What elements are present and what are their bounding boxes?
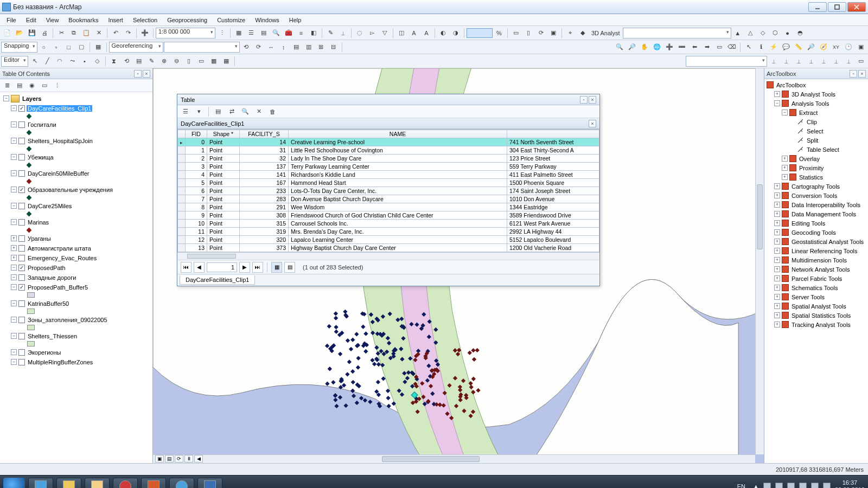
label-icon[interactable]: A bbox=[408, 27, 420, 39]
table-zoom-icon[interactable]: 🔍 bbox=[239, 106, 251, 118]
layer-checkbox[interactable] bbox=[18, 349, 25, 356]
fixed-zoomout-icon[interactable]: ➖ bbox=[676, 41, 688, 53]
table-switch-icon[interactable]: ⇄ bbox=[226, 106, 238, 118]
refresh-view-icon[interactable]: ⟳ bbox=[175, 455, 183, 463]
column-header[interactable] bbox=[178, 130, 186, 138]
menu-bookmarks[interactable]: Bookmarks bbox=[64, 16, 103, 24]
expander-icon[interactable]: − bbox=[11, 121, 17, 127]
toolbox-item-label[interactable]: Proximity bbox=[798, 165, 825, 171]
swipe-icon[interactable]: % bbox=[493, 27, 505, 39]
minimize-button[interactable] bbox=[808, 2, 827, 12]
model-icon[interactable]: ◧ bbox=[308, 27, 320, 39]
hyperlink-icon[interactable]: ⚡ bbox=[768, 41, 780, 53]
table-clear-icon[interactable]: ✕ bbox=[253, 106, 265, 118]
expander-icon[interactable]: + bbox=[774, 266, 780, 272]
arctoolbox-tree[interactable]: ArcToolbox +3D Analyst Tools−Analysis To… bbox=[764, 79, 868, 463]
label2-icon[interactable]: A bbox=[420, 27, 432, 39]
edit-vertex-icon[interactable]: ◇ bbox=[91, 55, 103, 67]
expander-icon[interactable]: − bbox=[11, 333, 17, 339]
tray-up-icon[interactable]: ▲ bbox=[753, 483, 759, 489]
3d2-icon[interactable]: △ bbox=[744, 27, 756, 39]
fixed-zoomin-icon[interactable]: ➕ bbox=[663, 41, 675, 53]
maplex-icon[interactable]: ◫ bbox=[395, 27, 407, 39]
toolbox-item-label[interactable]: Linear Referencing Tools bbox=[790, 248, 858, 254]
edit-split-icon[interactable]: ⧗ bbox=[108, 55, 120, 67]
open-icon[interactable]: 📂 bbox=[14, 27, 25, 39]
more1-icon[interactable]: ▻ bbox=[366, 27, 378, 39]
column-header[interactable]: Shape * bbox=[207, 130, 240, 138]
nav-next-icon[interactable]: ▶ bbox=[239, 262, 250, 273]
toolbox-item-label[interactable]: Geocoding Tools bbox=[790, 229, 837, 236]
tray-vol-icon[interactable] bbox=[823, 483, 831, 489]
layer-checkbox[interactable] bbox=[18, 255, 25, 261]
expander-icon[interactable]: − bbox=[11, 300, 17, 306]
catalog-icon[interactable]: ▤ bbox=[258, 27, 270, 39]
atx-close-icon[interactable]: × bbox=[858, 70, 866, 78]
table-row[interactable]: 13Point373Highway Baptist Church Day Car… bbox=[178, 244, 599, 252]
layer-label[interactable]: ProposedPath_Buffer5 bbox=[27, 284, 89, 291]
toolbox-item-label[interactable]: Data Management Tools bbox=[790, 211, 857, 217]
map-vscroll[interactable] bbox=[755, 68, 764, 454]
edit-line-icon[interactable]: ╱ bbox=[41, 55, 53, 67]
pan-icon[interactable]: ✋ bbox=[639, 41, 650, 53]
gr7-icon[interactable]: ⊞ bbox=[315, 41, 327, 53]
toolbox-item-label[interactable]: Network Analyst Tools bbox=[790, 266, 851, 273]
editor-target-combo[interactable] bbox=[686, 56, 767, 67]
paste-icon[interactable]: 📋 bbox=[80, 27, 92, 39]
toolbox-item-label[interactable]: Cartography Tools bbox=[790, 183, 841, 190]
full-extent-icon[interactable]: 🌐 bbox=[651, 41, 663, 53]
toolbox-item-label[interactable]: Table Select bbox=[806, 146, 840, 153]
table-row[interactable]: 7Point283Don Avenue Baptist Church Dayca… bbox=[178, 195, 599, 203]
column-header[interactable]: NAME bbox=[289, 130, 507, 138]
snap-vertex-icon[interactable]: □ bbox=[63, 41, 75, 53]
task-paint[interactable] bbox=[56, 478, 81, 489]
zoom-in-icon[interactable]: 🔍 bbox=[614, 41, 626, 53]
table-restore-icon[interactable]: ▫ bbox=[580, 96, 588, 104]
na3-icon[interactable]: ⟂ bbox=[793, 55, 805, 67]
toolbox-item-label[interactable]: Conversion Tools bbox=[790, 192, 838, 199]
layer-label[interactable]: Экорегионы bbox=[27, 349, 62, 356]
effects2-icon[interactable]: ◑ bbox=[450, 27, 462, 39]
layer-label[interactable]: Emergency_Evac_Routes bbox=[27, 255, 98, 261]
delete-icon[interactable]: ✕ bbox=[93, 27, 105, 39]
menu-windows[interactable]: Windows bbox=[251, 16, 284, 24]
expander-icon[interactable]: − bbox=[11, 274, 17, 280]
tray-flag-icon[interactable] bbox=[763, 483, 771, 489]
toc-visibility-icon[interactable]: ◉ bbox=[26, 80, 38, 92]
html-popup-icon[interactable]: 💬 bbox=[780, 41, 792, 53]
time-slider-icon[interactable]: 🕑 bbox=[843, 41, 854, 53]
layer-label[interactable]: Marinas bbox=[27, 219, 50, 226]
toc-pin-icon[interactable]: ▫ bbox=[134, 70, 142, 78]
scale-opts-icon[interactable]: ⋮ bbox=[216, 27, 228, 39]
expander-icon[interactable]: + bbox=[774, 220, 780, 226]
fwd-extent-icon[interactable]: ➡ bbox=[701, 41, 713, 53]
layer-label[interactable]: Автомагистрали штата bbox=[27, 245, 92, 252]
table-hscroll[interactable] bbox=[177, 252, 599, 260]
nav-position-input[interactable] bbox=[207, 262, 237, 272]
show-selected-icon[interactable]: ▤ bbox=[284, 262, 295, 273]
expander-icon[interactable]: − bbox=[774, 100, 780, 106]
expander-icon[interactable]: + bbox=[774, 183, 780, 189]
toolbox-item-label[interactable]: 3D Analyst Tools bbox=[790, 91, 837, 98]
transparency-input[interactable] bbox=[467, 28, 493, 38]
layer-label[interactable]: Образовательные учреждения bbox=[27, 187, 114, 193]
tray-gpu-icon[interactable] bbox=[799, 483, 807, 489]
edit-more6-icon[interactable]: ▦ bbox=[220, 55, 232, 67]
data-view-tab[interactable]: ▣ bbox=[155, 455, 164, 463]
layer-checkbox[interactable]: ✓ bbox=[18, 105, 25, 112]
layer-checkbox[interactable] bbox=[18, 154, 25, 160]
georef-combo[interactable]: Georeferencing bbox=[109, 42, 163, 53]
toolbox-item-label[interactable]: Spatial Analyst Tools bbox=[790, 303, 847, 310]
redo-icon[interactable]: ↷ bbox=[122, 27, 134, 39]
expander-icon[interactable]: − bbox=[11, 284, 17, 290]
menu-insert[interactable]: Insert bbox=[104, 16, 127, 24]
georef-layer-combo[interactable] bbox=[164, 42, 240, 53]
table-row[interactable]: 0Point14Creative Learning Pre-school741 … bbox=[178, 138, 599, 146]
edit-more3-icon[interactable]: ▯ bbox=[183, 55, 195, 67]
layout-icon[interactable]: ▭ bbox=[510, 27, 522, 39]
nav-last-icon[interactable]: ⏭ bbox=[252, 262, 263, 273]
table-row[interactable]: 8Point291Wee Wisdom1344 Eastridge bbox=[178, 203, 599, 211]
close-button[interactable] bbox=[847, 2, 866, 12]
expander-icon[interactable]: + bbox=[11, 255, 17, 261]
target-icon[interactable]: ⌖ bbox=[564, 27, 576, 39]
